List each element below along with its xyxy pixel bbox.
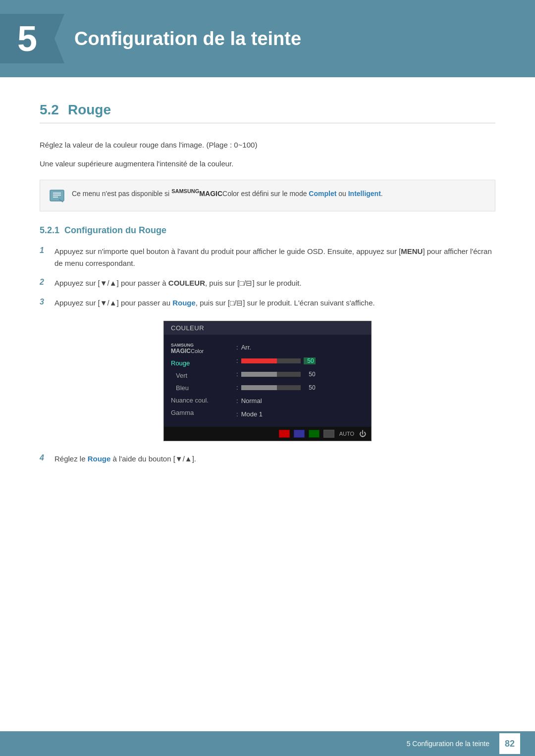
chapter-number-box: 5 (0, 14, 54, 63)
osd-menu-item-rouge: Rouge (164, 357, 233, 369)
osd-value-gamma: : Mode 1 (233, 407, 366, 421)
osd-body: SAMSUNG MAGICColor Rouge Vert Bleu Nuanc… (164, 335, 371, 427)
vert-bar-bg (241, 372, 301, 377)
footer-chapter-text: 5 Configuration de la teinte (407, 740, 489, 748)
osd-btn-4 (323, 430, 334, 438)
step-text-2: Appuyez sur [▼/▲] pour passer à COULEUR,… (54, 277, 302, 289)
step-number-4: 4 (40, 454, 50, 462)
osd-container: COULEUR SAMSUNG MAGICColor Rouge Vert (40, 321, 495, 441)
description-1: Réglez la valeur de la couleur rouge dan… (40, 139, 495, 151)
osd-value-vert: : 50 (233, 367, 366, 381)
note-text: Ce menu n'est pas disponible si SAMSUNGM… (72, 187, 383, 199)
step-text-3: Appuyez sur [▼/▲] pour passer au Rouge, … (54, 297, 375, 309)
osd-header: COULEUR (164, 321, 371, 335)
osd-menu-list: SAMSUNG MAGICColor Rouge Vert Bleu Nuanc… (164, 339, 233, 423)
osd-menu-item-nuance: Nuance coul. (164, 394, 233, 406)
osd-values-list: : Arr. : 50 (233, 339, 371, 423)
osd-power-icon: ⏻ (359, 430, 366, 438)
bleu-bar-number: 50 (304, 384, 316, 391)
subsection-heading: Configuration du Rouge (64, 225, 166, 235)
osd-menu-item-vert: Vert (164, 369, 233, 382)
osd-menu-item-bleu: Bleu (164, 382, 233, 394)
osd-menu-item-brand: SAMSUNG MAGICColor (164, 341, 233, 357)
step-number-1: 1 (40, 246, 50, 255)
svg-rect-0 (50, 190, 64, 201)
osd-auto-label: AUTO (339, 431, 354, 437)
step-4: 4 Réglez le Rouge à l'aide du bouton [▼/… (40, 453, 495, 465)
page-header: 5 Configuration de la teinte (0, 0, 535, 77)
section-heading: Rouge (68, 102, 111, 117)
osd-btn-2 (294, 430, 305, 438)
note-box: Ce menu n'est pas disponible si SAMSUNGM… (40, 180, 495, 211)
osd-menu-item-gamma: Gamma (164, 406, 233, 419)
osd-buttons-bar: AUTO ⏻ (164, 427, 371, 441)
step-text-4: Réglez le Rouge à l'aide du bouton [▼/▲]… (54, 453, 196, 465)
subsection-number: 5.2.1 (40, 225, 59, 235)
subsection-title: 5.2.1 Configuration du Rouge (40, 225, 495, 236)
chapter-title: Configuration de la teinte (74, 28, 301, 50)
step-number-2: 2 (40, 278, 50, 287)
osd-value-arr: : Arr. (233, 341, 366, 354)
step-number-3: 3 (40, 298, 50, 306)
osd-value-rouge: : 50 (233, 354, 366, 367)
section-title: 5.2Rouge (40, 102, 495, 123)
bleu-bar-fill (241, 385, 277, 390)
bleu-bar-bg (241, 385, 301, 390)
description-2: Une valeur supérieure augmentera l'inten… (40, 158, 495, 170)
vert-bar-fill (241, 372, 277, 377)
main-content: 5.2Rouge Réglez la valeur de la couleur … (0, 77, 535, 512)
footer-page-number: 82 (499, 733, 520, 754)
section-number: 5.2 (40, 102, 59, 117)
vert-bar-number: 50 (304, 371, 316, 378)
rouge-bar-number: 50 (304, 357, 316, 364)
chapter-number: 5 (17, 21, 37, 56)
steps-list: 1 Appuyez sur n'importe quel bouton à l'… (40, 246, 495, 309)
page-footer: 5 Configuration de la teinte 82 (0, 731, 535, 756)
osd-value-bleu: : 50 (233, 381, 366, 394)
step-1: 1 Appuyez sur n'importe quel bouton à l'… (40, 246, 495, 269)
step-text-1: Appuyez sur n'importe quel bouton à l'av… (54, 246, 495, 269)
osd-btn-3 (309, 430, 320, 438)
osd-btn-1 (279, 430, 290, 438)
rouge-bar-bg (241, 358, 301, 363)
note-icon (49, 188, 65, 204)
osd-screen: COULEUR SAMSUNG MAGICColor Rouge Vert (163, 321, 372, 441)
step-2: 2 Appuyez sur [▼/▲] pour passer à COULEU… (40, 277, 495, 289)
rouge-bar-fill (241, 358, 277, 363)
step-3: 3 Appuyez sur [▼/▲] pour passer au Rouge… (40, 297, 495, 309)
osd-value-nuance: : Normal (233, 394, 366, 407)
